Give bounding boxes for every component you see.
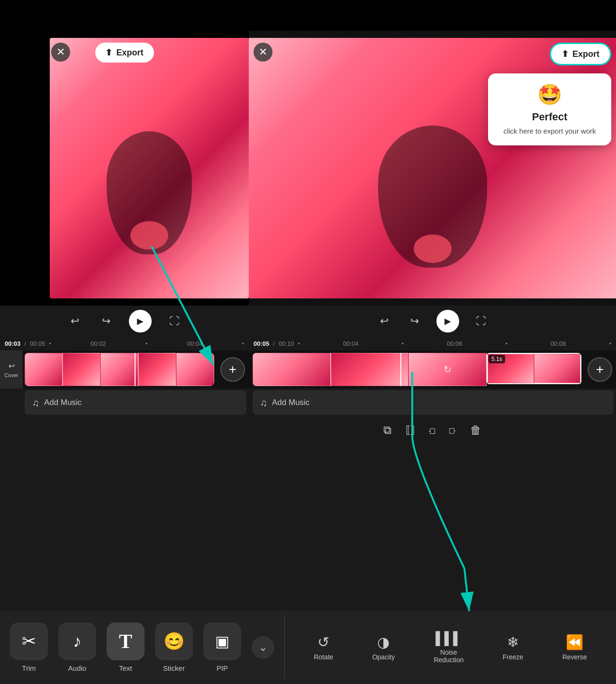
left-add-music-bar[interactable]: ♫ Add Music [25,390,246,415]
export-button-right[interactable]: ⬆ Export [550,43,611,65]
tooltip-emoji: 🤩 [537,83,562,106]
opacity-icon: ◑ [377,634,390,650]
bottom-toolbar: ✂ Trim ♪ Audio T Text 😊 Sticker ▣ [0,611,616,684]
split-tool-button[interactable]: ⟦⟧ [406,424,414,436]
right-edit-section: ⧉ ⟦⟧ ⟤ ⟥ 🗑 [249,417,616,448]
right-add-music-bar[interactable]: ♫ Add Music [253,390,614,415]
pip-icon: ▣ [215,632,229,650]
trim-icon: ✂ [22,631,36,651]
video-thumb-3 [100,353,138,386]
trim-start-icon: ⟤ [428,423,435,437]
left-video-strip[interactable] [25,353,214,386]
lava-lamp-left [107,131,192,254]
bottom-left-tools: ✂ Trim ♪ Audio T Text 😊 Sticker ▣ [0,611,284,684]
reverse-label: Reverse [562,653,587,661]
reverse-icon: ⏪ [566,634,583,650]
left-current-time: 00:03 [5,340,20,347]
trim-tool[interactable]: ✂ Trim [10,622,48,672]
spacer-area: ⧉ ⟦⟧ ⟤ ⟥ 🗑 [0,417,616,448]
right-video-strip-container: ↻ 5.1s + [249,351,616,388]
left-video-strip-container: ↩ Cover + [0,351,249,388]
close-icon-left: ✕ [56,46,65,58]
left-time-ruler: 00:03 / 00:05 • 00:02 • 00:04 • [0,336,249,351]
play-button-right[interactable]: ▶ [436,310,459,333]
sticker-icon: 😊 [163,631,185,651]
add-clip-button-right[interactable]: + [588,357,612,382]
freeze-icon: ❄ [507,634,519,650]
video-thumb-2 [63,353,100,386]
play-button-left[interactable]: ▶ [129,310,152,333]
rotate-tool[interactable]: ↺ Rotate [314,634,333,661]
delete-icon: 🗑 [470,423,481,437]
right-video-thumb-3: ↻ [408,353,487,386]
export-tooltip: 🤩 Perfect click here to export your work [488,73,611,145]
freeze-tool[interactable]: ❄ Freeze [503,634,524,661]
noise-reduction-tool[interactable]: ▌▌▌ NoiseReduction [434,631,463,664]
add-music-label-right: Add Music [272,398,309,407]
undo-button-left[interactable]: ↩ [66,313,83,330]
delete-tool-button[interactable]: 🗑 [470,423,481,437]
right-total-time: 00:10 [279,340,294,347]
reverse-tool[interactable]: ⏪ Reverse [562,634,587,661]
redo-button-right[interactable]: ↪ [406,313,423,330]
edit-toolbar: ⧉ ⟦⟧ ⟤ ⟥ 🗑 [249,417,616,443]
right-ruler-marks: • 00:04 • 00:06 • 00:08 • [298,340,611,347]
play-icon-right: ▶ [444,316,451,326]
pip-tool[interactable]: ▣ PIP [203,622,241,672]
right-video-strip[interactable]: ↻ 5.1s [253,353,581,386]
export-label-left: Export [116,48,143,58]
trim-end-button[interactable]: ⟥ [449,423,456,437]
audio-tool[interactable]: ♪ Audio [58,622,96,672]
right-time-separator: / [273,340,275,347]
redo-button-left[interactable]: ↪ [98,313,115,330]
right-video-thumb-5 [534,354,580,383]
undo-button-right[interactable]: ↩ [376,313,393,330]
text-icon-box: T [107,622,145,660]
more-tools-button[interactable]: ⌄ [252,636,274,659]
selected-segment[interactable]: 5.1s [487,353,581,384]
segment-duration-badge: 5.1s [489,355,505,363]
close-button-right[interactable]: ✕ [254,43,272,62]
trim-end-icon: ⟥ [449,423,456,437]
fullscreen-button-right[interactable]: ⛶ [472,313,489,330]
audio-label: Audio [68,664,86,672]
right-controls: ↩ ↪ ▶ ⛶ [249,306,616,336]
right-current-time: 00:05 [254,340,269,347]
export-icon-right: ⬆ [562,49,569,59]
right-video-thumb-1 [253,353,331,386]
left-ruler-marks: • 00:02 • 00:04 • [49,340,244,347]
copy-tool-button[interactable]: ⧉ [383,423,391,437]
text-tool[interactable]: T Text [107,622,145,672]
add-clip-button-left[interactable]: + [220,357,245,382]
noise-reduction-icon: ▌▌▌ [435,631,462,646]
audio-icon: ♪ [73,631,82,651]
timeline-section: 00:03 / 00:05 • 00:02 • 00:04 • ↩ Cover [0,336,616,417]
trim-icon-box: ✂ [10,622,48,660]
left-preview-panel: ✕ ⬆ Export [0,31,249,306]
left-timeline: 00:03 / 00:05 • 00:02 • 00:04 • ↩ Cover [0,336,249,417]
sticker-label: Sticker [163,664,185,672]
right-video-thumb-2 [331,353,409,386]
freeze-label: Freeze [503,653,524,661]
opacity-tool[interactable]: ◑ Opacity [372,634,395,661]
left-spacer [0,417,249,448]
trim-start-button[interactable]: ⟤ [428,423,435,437]
sticker-tool[interactable]: 😊 Sticker [155,622,193,672]
main-preview-area: ✕ ⬆ Export ✕ ⬆ Export 🤩 Perfect click he… [0,31,616,306]
top-bar [0,0,616,31]
left-time-separator: / [24,340,26,347]
rotate-icon: ↺ [317,634,329,650]
right-preview-panel: ✕ ⬆ Export 🤩 Perfect click here to expor… [249,31,616,306]
controls-row: ↩ ↪ ▶ ⛶ ↩ ↪ ▶ ⛶ [0,306,616,336]
left-total-time: 00:05 [30,340,45,347]
fullscreen-button-left[interactable]: ⛶ [166,313,183,330]
close-icon-right: ✕ [259,46,267,58]
tooltip-description: click here to export your work [503,126,596,136]
export-button-left[interactable]: ⬆ Export [95,43,154,63]
noise-reduction-label: NoiseReduction [434,648,463,664]
right-time-ruler: 00:05 / 00:10 • 00:04 • 00:06 • 00:08 • [249,336,616,351]
close-button-left[interactable]: ✕ [51,43,70,62]
bottom-right-tools: ↺ Rotate ◑ Opacity ▌▌▌ NoiseReduction ❄ … [285,611,616,684]
chevron-down-icon: ⌄ [259,641,267,654]
split-icon: ⟦⟧ [406,424,414,436]
